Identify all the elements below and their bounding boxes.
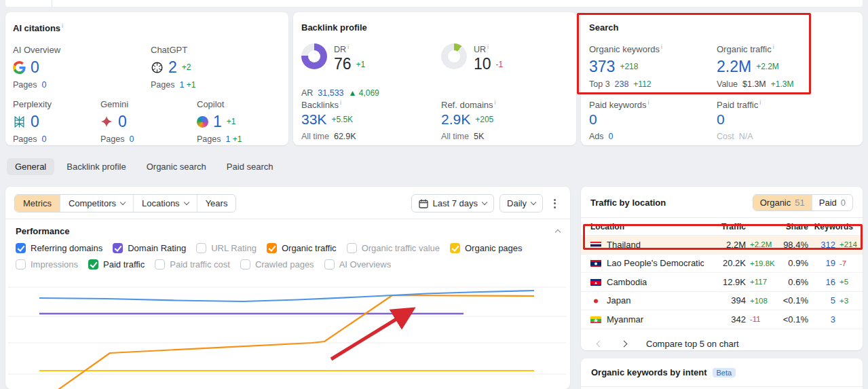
- traffic-by-location-card: Traffic by location Organic51 Paid0 Loca…: [581, 187, 863, 350]
- organic-paid-toggle: Organic51 Paid0: [753, 194, 853, 211]
- organic-keywords-stat: Organic keywordsi 373 +218 Top 3 238 +11…: [589, 43, 662, 89]
- dr-change: +1: [356, 60, 366, 69]
- dr-block: DRi 76 +1: [301, 43, 365, 73]
- info-icon[interactable]: i: [495, 99, 496, 106]
- copilot-change: +1: [227, 117, 236, 126]
- laos-flag-icon: [590, 259, 601, 267]
- paid-toggle-button[interactable]: Paid0: [812, 195, 852, 210]
- backlinks-alltime: All time 62.9K: [301, 132, 356, 141]
- checkbox[interactable]: [16, 243, 26, 253]
- chatgpt-change: +2: [182, 62, 191, 72]
- chevron-down-icon: [531, 200, 536, 205]
- ai-overview-value[interactable]: 0: [31, 58, 39, 77]
- ref-domains-value[interactable]: 2.9K: [441, 111, 470, 128]
- chevron-down-icon: [120, 200, 126, 205]
- info-icon[interactable]: i: [487, 43, 489, 50]
- table-row-laos[interactable]: Lao People's Democratic Repub 20.2K +19.…: [581, 254, 863, 273]
- table-row-cambodia[interactable]: Cambodia 12.9K +117 0.6% 16 +5: [581, 272, 863, 291]
- tab-organic-search[interactable]: Organic search: [138, 158, 214, 175]
- gemini-value[interactable]: 0: [118, 113, 127, 131]
- more-options-button[interactable]: [548, 195, 561, 212]
- metric-referring-domains[interactable]: Referring domains: [16, 243, 102, 253]
- chevron-down-icon: [482, 200, 487, 205]
- info-icon[interactable]: i: [648, 99, 649, 106]
- ur-donut-chart: [441, 43, 467, 69]
- prev-page-button[interactable]: [590, 337, 608, 352]
- collapse-chevron-icon[interactable]: [555, 229, 561, 235]
- info-icon[interactable]: i: [347, 43, 349, 50]
- col-location[interactable]: Location: [590, 222, 704, 231]
- paid-keywords-label: Paid keywordsi: [589, 99, 649, 110]
- ai-overview-pages: Pages 0: [13, 80, 60, 90]
- paid-keywords-value[interactable]: 0: [589, 111, 597, 128]
- organic-traffic-value[interactable]: 2.2M: [717, 58, 751, 76]
- granularity-button[interactable]: Daily: [499, 194, 543, 212]
- info-icon[interactable]: i: [62, 22, 63, 29]
- table-row-myanmar[interactable]: Myanmar 342 -11 <0.1% 3: [581, 310, 863, 329]
- tab-paid-search[interactable]: Paid search: [219, 158, 282, 175]
- backlink-profile-card: Backlink profile DRi 76 +1 AR 31,533 ▲ 4…: [293, 12, 576, 145]
- metrics-button[interactable]: Metrics: [15, 195, 60, 212]
- paid-keywords-stat: Paid keywordsi 0 Ads 0: [589, 99, 649, 141]
- info-icon[interactable]: i: [340, 99, 341, 106]
- ai-citations-title: AI citationsi: [13, 22, 63, 33]
- copilot-value[interactable]: 1: [213, 113, 222, 131]
- organic-keywords-label: Organic keywordsi: [589, 43, 662, 54]
- copilot-stat: Copilot 1 +1 Pages 1 +1: [197, 99, 242, 144]
- chatgpt-value[interactable]: 2: [168, 58, 177, 77]
- chatgpt-icon: [151, 61, 164, 74]
- metric-domain-rating[interactable]: Domain Rating: [113, 243, 186, 253]
- chatgpt-pages: Pages 1 +1: [151, 80, 196, 90]
- performance-line-chart[interactable]: [5, 268, 570, 389]
- copilot-label: Copilot: [197, 99, 242, 109]
- ur-block: URi 10 -1: [441, 43, 503, 73]
- table-row-thailand[interactable]: Thailand 2.2M +2.2M 98.4% 312 +214: [581, 235, 863, 254]
- organic-keywords-value[interactable]: 373: [589, 58, 615, 76]
- cost-row: Cost N/A: [717, 132, 761, 141]
- checkbox[interactable]: [347, 243, 357, 253]
- metric-organic-traffic-value[interactable]: Organic traffic value: [347, 243, 440, 253]
- next-page-button[interactable]: [615, 337, 633, 352]
- organic-toggle-button[interactable]: Organic51: [753, 195, 812, 210]
- date-range-button[interactable]: Last 7 days: [411, 194, 495, 212]
- traffic-by-location-title: Traffic by location: [590, 198, 666, 208]
- thailand-flag-icon: [590, 241, 601, 248]
- keywords-by-intent-title: Organic keywords by intent: [591, 367, 707, 377]
- divider: [581, 386, 863, 387]
- competitors-button[interactable]: Competitors: [60, 195, 133, 212]
- checkbox[interactable]: [267, 243, 277, 253]
- metric-organic-pages[interactable]: Organic pages: [450, 243, 523, 253]
- metric-url-rating[interactable]: URL Rating: [196, 243, 257, 253]
- compare-top5-link[interactable]: Compare top 5 on chart: [646, 339, 739, 349]
- col-keywords[interactable]: Keywords: [808, 222, 853, 231]
- ur-change: -1: [496, 60, 504, 69]
- info-icon[interactable]: i: [661, 43, 662, 50]
- paid-traffic-value[interactable]: 0: [717, 111, 725, 128]
- organic-traffic-line: [54, 295, 534, 389]
- backlinks-value[interactable]: 33K: [301, 111, 326, 128]
- copilot-icon: [197, 116, 208, 128]
- perplexity-value[interactable]: 0: [31, 113, 39, 131]
- info-icon[interactable]: i: [759, 99, 761, 106]
- gemini-stat: Gemini 0 Pages 0: [100, 99, 134, 144]
- metric-organic-traffic[interactable]: Organic traffic: [267, 243, 337, 253]
- metric-checkboxes: Referring domains Domain Rating URL Rati…: [5, 238, 570, 270]
- chart-toolbar: Metrics Competitors Locations Years Last…: [5, 187, 570, 219]
- checkbox[interactable]: [196, 243, 206, 253]
- col-traffic[interactable]: Traffic: [704, 222, 746, 231]
- tab-backlink-profile[interactable]: Backlink profile: [58, 158, 134, 175]
- calendar-icon: [419, 199, 428, 208]
- chevron-down-icon: [183, 200, 189, 205]
- tab-general[interactable]: General: [7, 158, 54, 175]
- ref-domains-alltime: All time 5K: [441, 132, 496, 141]
- table-row-japan[interactable]: Japan 394 +108 <0.1% 5 +3: [581, 291, 863, 310]
- locations-button[interactable]: Locations: [133, 195, 197, 212]
- years-button[interactable]: Years: [197, 195, 236, 212]
- info-icon[interactable]: i: [773, 43, 774, 50]
- backlinks-label: Backlinksi: [301, 99, 356, 110]
- col-share[interactable]: Share: [777, 222, 808, 231]
- dr-label: DRi: [334, 43, 365, 54]
- checkbox[interactable]: [113, 243, 123, 253]
- checkbox[interactable]: [450, 243, 460, 253]
- keywords-by-intent-card: Organic keywords by intent Beta: [581, 358, 863, 389]
